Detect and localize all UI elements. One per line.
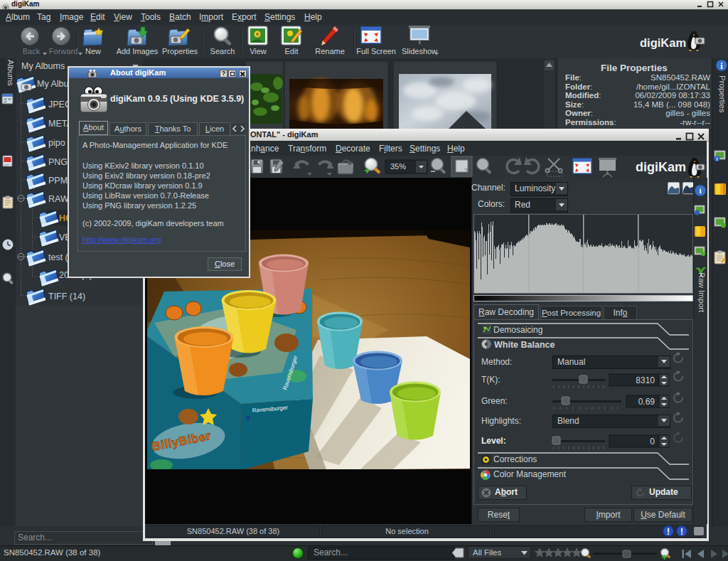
svg-text:!: ! xyxy=(680,527,683,537)
svg-text:i: i xyxy=(699,186,701,195)
svg-text:New: New xyxy=(85,47,101,55)
svg-text:Properties: Properties xyxy=(162,47,198,55)
svg-text:!: ! xyxy=(667,527,670,537)
svg-text:TIFF (14): TIFF (14) xyxy=(48,292,85,301)
svg-text:8310: 8310 xyxy=(636,375,655,385)
svg-text:Back: Back xyxy=(23,47,41,55)
svg-text:Add Images: Add Images xyxy=(117,47,159,55)
svg-text:Edit: Edit xyxy=(285,47,299,55)
svg-text:digiKam: digiKam xyxy=(640,36,686,49)
svg-text:35%: 35% xyxy=(390,162,406,171)
svg-text:0.69: 0.69 xyxy=(638,397,655,407)
svg-text:Forward: Forward xyxy=(49,47,77,55)
svg-text:My Albums: My Albums xyxy=(21,61,65,71)
svg-text:Search: Search xyxy=(210,47,235,55)
svg-text:i: i xyxy=(717,156,718,161)
svg-text:Full Screen: Full Screen xyxy=(356,47,396,55)
svg-text:Rename: Rename xyxy=(315,47,345,55)
svg-text:digiKam: digiKam xyxy=(636,160,686,174)
svg-text:View: View xyxy=(250,47,267,55)
svg-text:Slideshow: Slideshow xyxy=(402,47,437,55)
svg-text:0: 0 xyxy=(650,437,655,447)
